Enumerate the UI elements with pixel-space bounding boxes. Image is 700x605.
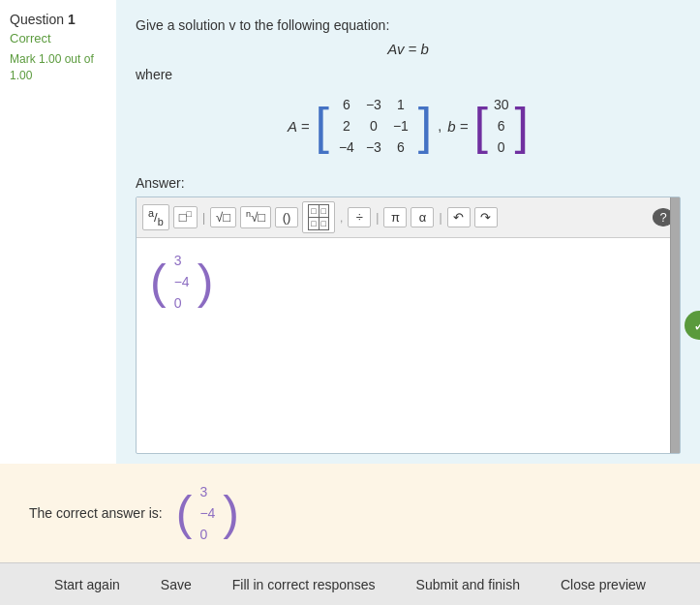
close-preview-button[interactable]: Close preview (555, 573, 652, 596)
vector-right-bracket: ] (515, 101, 529, 151)
toolbar-sep4: | (439, 211, 441, 225)
comma: , (438, 118, 441, 134)
nthroot-btn[interactable]: n√□ (240, 206, 271, 227)
page-container: Question 1 Correct Mark 1.00 out of 1.00… (0, 0, 700, 605)
matrix-grid: 6−31 20−1 −4−36 (329, 92, 418, 160)
footer: Start again Save Fill in correct respons… (0, 562, 700, 605)
main-content: Question 1 Correct Mark 1.00 out of 1.00… (0, 0, 700, 464)
matrix-a-label: A = (288, 118, 309, 135)
correct-vector: ( 3 −4 0 ) (176, 479, 239, 547)
matrix-right-bracket: ] (418, 101, 432, 151)
div-btn[interactable]: ÷ (348, 207, 371, 227)
superscript-btn[interactable]: □□ (173, 206, 198, 227)
correct-right-bracket: ) (223, 489, 239, 537)
toolbar-sep1: | (202, 211, 205, 225)
correct-answer-text: The correct answer is: (29, 505, 163, 521)
vector-grid: 30 6 0 (488, 92, 515, 160)
answer-right-bracket: ) (198, 257, 214, 306)
check-button[interactable]: ✓ (685, 311, 700, 340)
mark-label: Mark 1.00 out of 1.00 (10, 51, 107, 84)
paren-btn[interactable]: () (275, 207, 298, 227)
pi-btn[interactable]: π (383, 207, 407, 227)
answer-left-bracket: ( (150, 257, 167, 306)
question-text: Give a solution v to the following equat… (136, 17, 681, 33)
answer-vector-grid: 3 −4 0 (167, 248, 198, 316)
equation-display: Av = b (136, 41, 681, 57)
matrix-a: [ 6−31 20−1 −4−36 ] (315, 92, 432, 160)
content-area: Give a solution v to the following equat… (116, 0, 700, 464)
where-text: where (136, 67, 681, 82)
correct-vector-grid: 3 −4 0 (192, 479, 223, 547)
correct-answer-section: The correct answer is: ( 3 −4 0 ) (0, 464, 700, 562)
fraction-btn[interactable]: a/b (142, 204, 169, 230)
vector-left-bracket: [ (473, 101, 487, 151)
start-again-button[interactable]: Start again (48, 573, 126, 596)
correct-label: Correct (10, 31, 107, 45)
correct-left-bracket: ( (176, 489, 193, 537)
alpha-btn[interactable]: α (411, 207, 434, 227)
submit-finish-button[interactable]: Submit and finish (411, 573, 526, 596)
sqrt-btn[interactable]: √□ (210, 207, 236, 227)
fill-in-button[interactable]: Fill in correct responses (227, 573, 381, 596)
answer-box: a/b □□ | √□ n√□ () □□□□ , ÷ | π (136, 197, 681, 454)
vector-b-label: b = (447, 118, 468, 135)
undo-btn[interactable]: ↶ (447, 207, 471, 227)
redo-btn[interactable]: ↷ (474, 207, 498, 227)
matrix-equation: A = [ 6−31 20−1 −4−36 ] , b = [ 30 (136, 92, 681, 160)
answer-vector: ( 3 −4 0 ) (150, 248, 213, 316)
answer-section: a/b □□ | √□ n√□ () □□□□ , ÷ | π (136, 197, 681, 454)
scrollbar[interactable] (670, 197, 680, 453)
toolbar-sep2: , (340, 211, 343, 225)
toolbar-sep3: | (376, 211, 379, 225)
answer-label: Answer: (136, 175, 681, 191)
question-label: Question 1 (10, 12, 107, 27)
question-number: 1 (68, 12, 76, 27)
sidebar: Question 1 Correct Mark 1.00 out of 1.00 (0, 0, 116, 464)
answer-input-area[interactable]: ( 3 −4 0 ) (137, 238, 680, 453)
vector-b: [ 30 6 0 ] (473, 92, 528, 160)
save-button[interactable]: Save (155, 573, 198, 596)
matrix-btn[interactable]: □□□□ (302, 201, 335, 233)
matrix-left-bracket: [ (315, 101, 328, 151)
toolbar: a/b □□ | √□ n√□ () □□□□ , ÷ | π (137, 197, 680, 238)
